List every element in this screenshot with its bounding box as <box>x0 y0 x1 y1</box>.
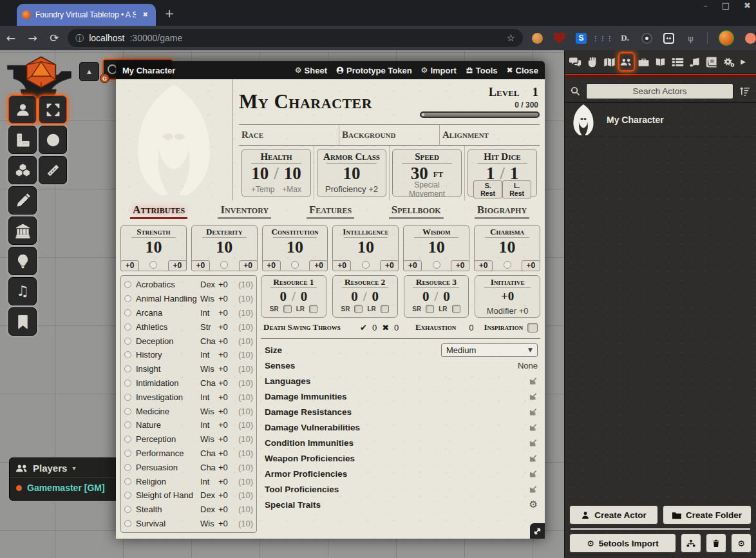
profile-avatar[interactable] <box>719 30 734 46</box>
create-folder-button[interactable]: Create Folder <box>663 505 751 524</box>
skill-row[interactable]: Stealth Dex +0 (10) <box>124 503 253 517</box>
ability-save-mod[interactable]: +0 <box>120 260 139 271</box>
resource-value[interactable]: 0/0 <box>404 289 469 304</box>
edit-trait-button[interactable] <box>529 439 538 447</box>
collapse-controls-button[interactable]: ▲ <box>79 62 99 81</box>
proficiency-radio[interactable] <box>504 261 511 269</box>
cookie-extension-icon[interactable] <box>532 33 543 44</box>
fork-extension-icon[interactable]: ψ <box>685 33 696 44</box>
proficiency-radio[interactable] <box>362 261 370 269</box>
ability-check-mod[interactable]: +0 <box>309 260 328 271</box>
exhaustion-value[interactable]: 0 <box>469 323 473 332</box>
ability-check-mod[interactable]: +0 <box>380 260 399 271</box>
close-button[interactable]: ✖ Close <box>507 66 538 75</box>
tab-attributes[interactable]: Attributes <box>116 204 202 219</box>
ability-box[interactable]: Intelligence 10 +0 +0 <box>332 225 399 271</box>
skill-proficiency-radio[interactable] <box>124 295 131 302</box>
skill-name[interactable]: Performance <box>136 448 200 458</box>
resource-value[interactable]: 0/0 <box>261 289 326 304</box>
skill-name[interactable]: Intimidation <box>136 378 200 388</box>
maximize-button[interactable]: □ <box>722 1 730 10</box>
lighting-controls-button[interactable] <box>8 247 37 275</box>
skill-row[interactable]: Medicine Wis +0 (10) <box>124 404 253 418</box>
lens-extension-icon[interactable] <box>641 33 652 44</box>
initiative-value[interactable]: +0 <box>475 289 540 304</box>
ability-check-mod[interactable]: +0 <box>239 260 258 271</box>
skill-row[interactable]: Deception Cha +0 (10) <box>124 334 253 348</box>
tab-actors[interactable] <box>618 52 636 72</box>
race-field[interactable]: Race <box>239 125 339 145</box>
proficiency-radio[interactable] <box>149 261 157 269</box>
wall-controls-button[interactable] <box>8 216 37 245</box>
skill-proficiency-radio[interactable] <box>124 450 131 457</box>
skill-row[interactable]: Animal Handling Wis +0 (10) <box>124 292 253 306</box>
ability-score[interactable]: 10 <box>475 238 540 257</box>
robot-extension-icon[interactable] <box>663 33 674 44</box>
skill-row[interactable]: Religion Int +0 (10) <box>124 474 253 488</box>
skill-proficiency-radio[interactable] <box>124 281 131 288</box>
edit-trait-button[interactable] <box>529 392 538 401</box>
skill-name[interactable]: Stealth <box>136 505 200 514</box>
skill-name[interactable]: Arcana <box>136 308 200 318</box>
ability-box[interactable]: Dexterity 10 +0 +0 <box>191 225 258 271</box>
skill-proficiency-radio[interactable] <box>124 323 131 331</box>
skill-row[interactable]: History Int +0 (10) <box>124 348 253 362</box>
temp-hp-field[interactable]: +Temp <box>251 185 274 194</box>
skill-proficiency-radio[interactable] <box>124 506 131 513</box>
health-value[interactable]: 10/10 <box>242 164 310 184</box>
lr-checkbox[interactable] <box>381 305 389 313</box>
folder-tree-button[interactable] <box>681 534 701 553</box>
tab-settings[interactable] <box>721 52 738 72</box>
ability-box[interactable]: Charisma 10 +0 +0 <box>474 225 540 271</box>
actor-name[interactable]: My Character <box>607 115 664 125</box>
skill-name[interactable]: Nature <box>136 420 200 430</box>
sr-checkbox[interactable] <box>283 305 292 313</box>
skill-row[interactable]: Perception Wis +0 (10) <box>124 432 253 447</box>
tab-biography[interactable]: Biography <box>459 204 545 219</box>
skill-row[interactable]: Insight Wis +0 (10) <box>124 362 253 376</box>
prototype-token-button[interactable]: Prototype Token <box>336 66 412 75</box>
skill-row[interactable]: Arcana Int +0 (10) <box>124 306 253 320</box>
background-field[interactable]: Background <box>339 125 440 145</box>
ability-score[interactable]: 10 <box>263 238 328 257</box>
ability-score[interactable]: 10 <box>404 238 469 257</box>
actor-list-item[interactable]: My Character <box>565 103 756 137</box>
short-rest-button[interactable]: S. Rest <box>473 180 502 198</box>
sr-checkbox[interactable] <box>426 305 434 313</box>
skill-proficiency-radio[interactable] <box>124 351 131 358</box>
ruler-tool-button[interactable] <box>39 156 67 184</box>
sheet-config-button[interactable]: ⚙ Sheet <box>295 66 327 75</box>
tab-compendium[interactable] <box>703 52 721 72</box>
create-actor-button[interactable]: Create Actor <box>569 505 658 524</box>
select-tool-button[interactable] <box>39 95 67 124</box>
death-fail-count[interactable]: 0 <box>394 323 399 332</box>
proficiency-radio[interactable] <box>291 261 299 269</box>
site-info-icon[interactable]: ⓘ <box>75 34 84 43</box>
skill-name[interactable]: Animal Handling <box>136 294 200 303</box>
size-select[interactable]: Medium ▼ <box>441 343 538 357</box>
window-titlebar[interactable]: My Character ⚙ Sheet Prototype Token ⚙ I… <box>116 61 545 79</box>
new-tab-button[interactable]: + <box>162 8 176 19</box>
skill-proficiency-radio[interactable] <box>124 394 131 401</box>
delete-button[interactable] <box>706 534 726 553</box>
skill-proficiency-radio[interactable] <box>124 421 131 428</box>
initiative-modifier[interactable]: Modifier +0 <box>475 306 540 316</box>
minimize-button[interactable]: – <box>703 1 708 10</box>
skill-name[interactable]: History <box>136 350 200 360</box>
inspiration-checkbox[interactable] <box>527 323 538 332</box>
tab-features[interactable]: Features <box>287 204 373 219</box>
skill-name[interactable]: Sleight of Hand <box>136 490 200 500</box>
skill-proficiency-radio[interactable] <box>124 520 131 527</box>
ability-save-mod[interactable]: +0 <box>474 260 493 271</box>
ability-save-mod[interactable]: +0 <box>262 260 281 271</box>
drawing-controls-button[interactable] <box>8 186 37 215</box>
tab-inventory[interactable]: Inventory <box>202 204 287 219</box>
skill-name[interactable]: Deception <box>136 336 200 346</box>
skill-proficiency-radio[interactable] <box>124 365 131 372</box>
settings-button[interactable]: ⚙ <box>731 534 751 553</box>
tile-controls-button[interactable] <box>8 156 37 184</box>
tab-playlists[interactable] <box>686 52 704 72</box>
5etools-import-button[interactable]: ⚙ 5etools Import <box>569 534 676 553</box>
ability-score[interactable]: 10 <box>192 238 257 257</box>
tab-combat[interactable] <box>584 52 601 72</box>
